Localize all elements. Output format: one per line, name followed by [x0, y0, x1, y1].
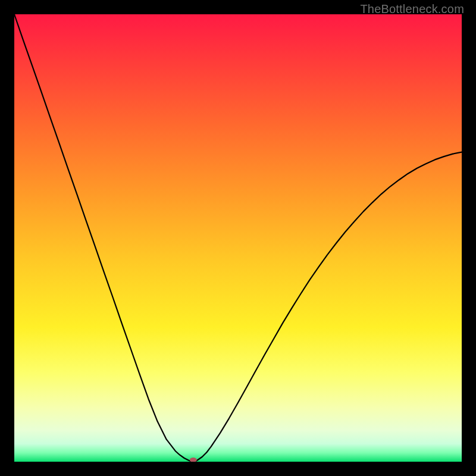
dip-marker: [190, 458, 197, 462]
chart-frame: TheBottleneck.com: [0, 0, 476, 476]
bottleneck-curve: [14, 14, 462, 462]
plot-area: [14, 14, 462, 462]
curve-layer: [14, 14, 462, 462]
